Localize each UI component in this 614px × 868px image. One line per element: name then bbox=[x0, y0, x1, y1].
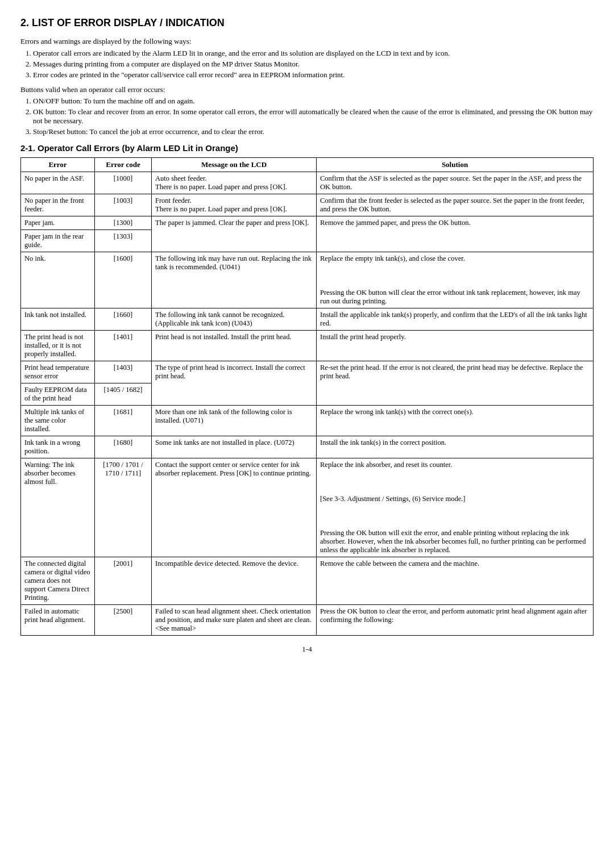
cell-message: The following ink may have run out. Repl… bbox=[152, 252, 317, 308]
cell-solution: Replace the ink absorber, and reset its … bbox=[317, 458, 594, 557]
cell-error: Ink tank in a wrong position. bbox=[21, 436, 95, 458]
cell-message: Contact the support center or service ce… bbox=[152, 458, 317, 557]
intro-item-1: Operator call errors are indicated by th… bbox=[33, 49, 594, 58]
cell-message: Incompatible device detected. Remove the… bbox=[152, 557, 317, 605]
cell-error: Paper jam in the rear guide. bbox=[21, 230, 95, 252]
table-row: Print head temperature sensor error[1403… bbox=[21, 361, 594, 383]
button-item-2: OK button: To clear and recover from an … bbox=[33, 107, 594, 126]
col-header-message: Message on the LCD bbox=[152, 158, 317, 172]
cell-code: [2001] bbox=[95, 557, 152, 605]
cell-error: Paper jam. bbox=[21, 216, 95, 230]
cell-code: [1660] bbox=[95, 308, 152, 331]
table-row: The print head is not installed, or it i… bbox=[21, 331, 594, 361]
intro-list: Operator call errors are indicated by th… bbox=[33, 49, 594, 80]
error-table: Error Error code Message on the LCD Solu… bbox=[20, 157, 594, 636]
cell-message: Front feeder.There is no paper. Load pap… bbox=[152, 194, 317, 216]
cell-solution: Confirm that the ASF is selected as the … bbox=[317, 172, 594, 194]
buttons-heading: Buttons valid when an operator call erro… bbox=[20, 85, 594, 94]
cell-error: The connected digital camera or digital … bbox=[21, 557, 95, 605]
cell-code: [2500] bbox=[95, 605, 152, 636]
cell-error: Ink tank not installed. bbox=[21, 308, 95, 331]
cell-message: The paper is jammed. Clear the paper and… bbox=[152, 216, 317, 252]
intro-opening: Errors and warnings are displayed by the… bbox=[20, 37, 594, 46]
cell-solution: Confirm that the front feeder is selecte… bbox=[317, 194, 594, 216]
section-subtitle: 2-1. Operator Call Errors (by Alarm LED … bbox=[20, 143, 594, 153]
cell-code: [1405 / 1682] bbox=[95, 383, 152, 406]
table-row: No paper in the front feeder.[1003]Front… bbox=[21, 194, 594, 216]
table-row: No ink.[1600]The following ink may have … bbox=[21, 252, 594, 308]
cell-solution: Re-set the print head. If the error is n… bbox=[317, 361, 594, 406]
cell-solution: Install the print head properly. bbox=[317, 331, 594, 361]
table-row: Warning: The ink absorber becomes almost… bbox=[21, 458, 594, 557]
table-row: Failed in automatic print head alignment… bbox=[21, 605, 594, 636]
cell-code: [1600] bbox=[95, 252, 152, 308]
cell-solution: Press the OK button to clear the error, … bbox=[317, 605, 594, 636]
intro-section: Errors and warnings are displayed by the… bbox=[20, 37, 594, 80]
page-title: 2. LIST OF ERROR DISPLAY / INDICATION bbox=[20, 17, 594, 29]
cell-message: Some ink tanks are not installed in plac… bbox=[152, 436, 317, 458]
cell-code: [1401] bbox=[95, 331, 152, 361]
cell-code: [1700 / 1701 / 1710 / 1711] bbox=[95, 458, 152, 557]
cell-message: Failed to scan head alignment sheet. Che… bbox=[152, 605, 317, 636]
cell-code: [1000] bbox=[95, 172, 152, 194]
cell-solution: Install the ink tank(s) in the correct p… bbox=[317, 436, 594, 458]
cell-error: No paper in the front feeder. bbox=[21, 194, 95, 216]
buttons-list: ON/OFF button: To turn the machine off a… bbox=[33, 97, 594, 136]
cell-solution: Remove the cable between the camera and … bbox=[317, 557, 594, 605]
cell-solution: Replace the wrong ink tank(s) with the c… bbox=[317, 406, 594, 436]
cell-code: [1403] bbox=[95, 361, 152, 383]
table-row: Ink tank not installed.[1660]The followi… bbox=[21, 308, 594, 331]
intro-item-3: Error codes are printed in the "operator… bbox=[33, 70, 594, 80]
cell-message: The following ink tank cannot be recogni… bbox=[152, 308, 317, 331]
cell-error: Multiple ink tanks of the same color ins… bbox=[21, 406, 95, 436]
cell-code: [1300] bbox=[95, 216, 152, 230]
cell-code: [1681] bbox=[95, 406, 152, 436]
cell-solution: Remove the jammed paper, and press the O… bbox=[317, 216, 594, 252]
cell-code: [1680] bbox=[95, 436, 152, 458]
cell-error: Warning: The ink absorber becomes almost… bbox=[21, 458, 95, 557]
cell-error: Print head temperature sensor error bbox=[21, 361, 95, 383]
cell-error: Failed in automatic print head alignment… bbox=[21, 605, 95, 636]
table-row: Multiple ink tanks of the same color ins… bbox=[21, 406, 594, 436]
cell-error: No paper in the ASF. bbox=[21, 172, 95, 194]
page-number: 1-4 bbox=[20, 645, 594, 654]
cell-message: Auto sheet feeder.There is no paper. Loa… bbox=[152, 172, 317, 194]
button-item-3: Stop/Reset button: To cancel the job at … bbox=[33, 127, 594, 136]
cell-code: [1003] bbox=[95, 194, 152, 216]
cell-solution: Install the applicable ink tank(s) prope… bbox=[317, 308, 594, 331]
cell-error: The print head is not installed, or it i… bbox=[21, 331, 95, 361]
cell-code: [1303] bbox=[95, 230, 152, 252]
col-header-solution: Solution bbox=[317, 158, 594, 172]
cell-message: Print head is not installed. Install the… bbox=[152, 331, 317, 361]
table-row: Paper jam.[1300]The paper is jammed. Cle… bbox=[21, 216, 594, 230]
table-row: The connected digital camera or digital … bbox=[21, 557, 594, 605]
intro-item-2: Messages during printing from a computer… bbox=[33, 60, 594, 69]
button-item-1: ON/OFF button: To turn the machine off a… bbox=[33, 97, 594, 106]
table-row: No paper in the ASF.[1000]Auto sheet fee… bbox=[21, 172, 594, 194]
cell-message: More than one ink tank of the following … bbox=[152, 406, 317, 436]
cell-error: No ink. bbox=[21, 252, 95, 308]
col-header-code: Error code bbox=[95, 158, 152, 172]
cell-error: Faulty EEPROM data of the print head bbox=[21, 383, 95, 406]
cell-solution: Replace the empty ink tank(s), and close… bbox=[317, 252, 594, 308]
table-row: Ink tank in a wrong position.[1680]Some … bbox=[21, 436, 594, 458]
col-header-error: Error bbox=[21, 158, 95, 172]
cell-message: The type of print head is incorrect. Ins… bbox=[152, 361, 317, 406]
buttons-section: Buttons valid when an operator call erro… bbox=[20, 85, 594, 136]
